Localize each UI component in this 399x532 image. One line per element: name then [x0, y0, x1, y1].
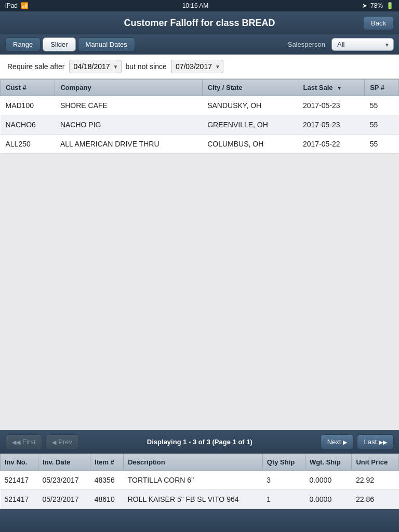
invoice-table: Inv No. Inv. Date Item # Description Qty… — [0, 454, 399, 509]
cell-itemno: 48356 — [90, 471, 124, 490]
table-row[interactable]: 52141705/23/201748356TORTILLA CORN 6"30.… — [1, 471, 399, 490]
bottom-bar — [0, 509, 399, 532]
cell-invdate: 05/23/2017 — [38, 490, 90, 509]
date-filter-bar: Require sale after 04/18/2017 ▼ but not … — [0, 55, 399, 79]
cell-invno: 521417 — [1, 490, 38, 509]
cell-sp: 55 — [365, 96, 399, 115]
cell-citystate: SANDUSKY, OH — [202, 96, 298, 115]
after-date-wrapper: 04/18/2017 ▼ — [69, 60, 122, 73]
battery-icon: 🔋 — [386, 2, 394, 9]
col-invdate[interactable]: Inv. Date — [38, 454, 90, 471]
pagination-bar: First Prev Displaying 1 - 3 of 3 (Page 1… — [0, 430, 399, 454]
col-wgtship[interactable]: Wgt. Ship — [305, 454, 352, 471]
col-invno[interactable]: Inv No. — [1, 454, 38, 471]
cell-invno: 521417 — [1, 471, 38, 490]
lower-table-section: Inv No. Inv. Date Item # Description Qty… — [0, 454, 399, 509]
table-row[interactable]: ALL250ALL AMERICAN DRIVE THRUCOLUMBUS, O… — [1, 135, 399, 154]
last-icon — [379, 438, 387, 446]
next-button[interactable]: Next — [321, 434, 354, 449]
col-cust[interactable]: Cust # — [1, 79, 55, 96]
battery-label: 78% — [370, 2, 383, 9]
page-layout: iPad 📶 10:16 AM ➤ 78% 🔋 Customer Falloff… — [0, 0, 399, 532]
wifi-icon: 📶 — [21, 2, 29, 9]
col-lastsale[interactable]: Last Sale ▼ — [298, 79, 365, 96]
cell-invdate: 05/23/2017 — [38, 471, 90, 490]
prev-button[interactable]: Prev — [45, 434, 79, 449]
cell-unitprice: 22.86 — [352, 490, 399, 509]
cell-qtyship: 1 — [262, 490, 305, 509]
cell-sp: 55 — [365, 135, 399, 154]
cell-lastsale: 2017-05-23 — [298, 96, 365, 115]
page-title: Customer Falloff for class BREAD — [124, 18, 275, 29]
next-label: Next — [327, 438, 341, 446]
cell-company: SHORE CAFE — [55, 96, 202, 115]
last-button[interactable]: Last — [357, 434, 394, 449]
app-header: Customer Falloff for class BREAD Back — [0, 11, 399, 34]
salesperson-select[interactable]: All — [331, 38, 394, 51]
salesperson-select-wrapper: All ▼ — [331, 38, 394, 51]
since-date-select[interactable]: 07/03/2017 — [171, 60, 223, 73]
cell-company: NACHO PIG — [55, 115, 202, 135]
table-row[interactable]: 52141705/23/201748610ROLL KAISER 5" FB S… — [1, 490, 399, 509]
location-icon: ➤ — [362, 2, 367, 9]
but-not-since-label: but not since — [126, 62, 167, 71]
prev-icon — [52, 438, 56, 446]
after-date-select[interactable]: 04/18/2017 — [69, 60, 122, 73]
cell-wgtship: 0.0000 — [305, 490, 352, 509]
cell-cust: NACHO6 — [1, 115, 55, 135]
prev-label: Prev — [58, 438, 72, 446]
cell-itemno: 48610 — [90, 490, 124, 509]
first-button[interactable]: First — [5, 434, 42, 449]
col-sp[interactable]: SP # — [365, 79, 399, 96]
tab-manual-dates[interactable]: Manual Dates — [78, 37, 135, 51]
first-label: First — [22, 438, 35, 446]
back-button[interactable]: Back — [363, 16, 394, 30]
cell-cust: MAD100 — [1, 96, 55, 115]
cell-company: ALL AMERICAN DRIVE THRU — [55, 135, 202, 154]
table-row[interactable]: MAD100SHORE CAFESANDUSKY, OH2017-05-2355 — [1, 96, 399, 115]
table-row[interactable]: NACHO6NACHO PIGGREENVILLE, OH2017-05-235… — [1, 115, 399, 135]
cell-unitprice: 22.92 — [352, 471, 399, 490]
cell-citystate: GREENVILLE, OH — [202, 115, 298, 135]
cell-wgtship: 0.0000 — [305, 471, 352, 490]
tab-bar: Range Slider Manual Dates Salesperson Al… — [0, 34, 399, 55]
status-bar: iPad 📶 10:16 AM ➤ 78% 🔋 — [0, 0, 399, 11]
customer-table: Cust # Company City / State Last Sale ▼ … — [0, 79, 399, 154]
sort-icon: ▼ — [337, 85, 342, 91]
cell-qtyship: 3 — [262, 471, 305, 490]
cell-lastsale: 2017-05-23 — [298, 115, 365, 135]
last-label: Last — [364, 438, 377, 446]
first-icon — [12, 438, 20, 446]
time-display: 10:16 AM — [182, 2, 209, 9]
require-sale-label: Require sale after — [7, 62, 65, 71]
pagination-display: Displaying 1 - 3 of 3 (Page 1 of 1) — [82, 438, 317, 446]
cell-description: ROLL KAISER 5" FB SL VITO 964 — [124, 490, 263, 509]
col-qtyship[interactable]: Qty Ship — [262, 454, 305, 471]
col-description[interactable]: Description — [124, 454, 263, 471]
cell-cust: ALL250 — [1, 135, 55, 154]
cell-sp: 55 — [365, 115, 399, 135]
col-citystate[interactable]: City / State — [202, 79, 298, 96]
col-company[interactable]: Company — [55, 79, 202, 96]
tab-range[interactable]: Range — [5, 37, 41, 51]
since-date-wrapper: 07/03/2017 ▼ — [171, 60, 223, 73]
tab-slider[interactable]: Slider — [43, 37, 75, 51]
next-icon — [343, 438, 347, 446]
salesperson-label: Salesperson — [288, 41, 325, 48]
device-label: iPad — [5, 2, 18, 9]
col-itemno[interactable]: Item # — [90, 454, 124, 471]
cell-lastsale: 2017-05-22 — [298, 135, 365, 154]
col-unitprice[interactable]: Unit Price — [352, 454, 399, 471]
cell-citystate: COLUMBUS, OH — [202, 135, 298, 154]
cell-description: TORTILLA CORN 6" — [124, 471, 263, 490]
upper-table-section: Cust # Company City / State Last Sale ▼ … — [0, 79, 399, 430]
